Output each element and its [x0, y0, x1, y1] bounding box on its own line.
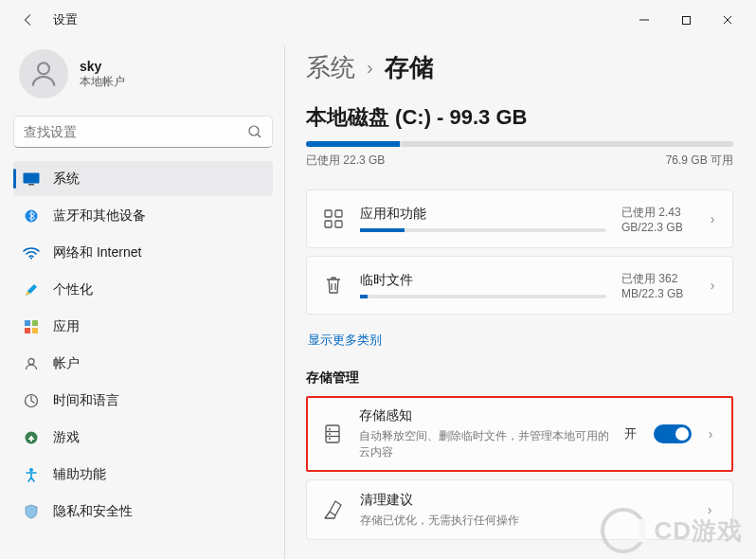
apps-grid-icon — [322, 208, 345, 229]
card-description: 存储已优化，无需执行任何操作 — [360, 513, 687, 529]
svg-point-13 — [28, 358, 34, 364]
clock-globe-icon — [23, 392, 40, 409]
temp-usage-text: 已使用 362 MB/22.3 GB — [621, 271, 696, 300]
chevron-right-icon: › — [367, 57, 373, 79]
disk-title: 本地磁盘 (C:) - 99.3 GB — [306, 103, 733, 132]
accounts-icon — [23, 355, 40, 372]
apps-usage-bar — [360, 228, 606, 232]
card-storage-sense[interactable]: 存储感知 自动释放空间、删除临时文件，并管理本地可用的云内容 开 › — [306, 396, 733, 472]
paintbrush-icon — [23, 281, 40, 298]
apps-icon — [23, 318, 40, 335]
search-icon — [247, 124, 262, 139]
breadcrumb: 系统 › 存储 — [306, 51, 733, 84]
sidebar-item-label: 辅助功能 — [53, 466, 106, 483]
card-title: 存储感知 — [359, 407, 609, 424]
wifi-icon — [23, 244, 40, 261]
shield-icon — [23, 503, 40, 520]
arrow-left-icon — [22, 13, 35, 27]
card-title: 应用和功能 — [360, 206, 606, 223]
back-button[interactable] — [15, 7, 42, 33]
svg-point-2 — [38, 63, 49, 74]
close-button[interactable] — [707, 6, 748, 34]
svg-rect-10 — [32, 320, 38, 326]
svg-point-3 — [249, 126, 259, 135]
sidebar-item-system[interactable]: 系统 — [13, 161, 273, 196]
search-input[interactable] — [24, 124, 247, 139]
minimize-button[interactable] — [623, 6, 665, 34]
chevron-right-icon: › — [703, 426, 718, 442]
sidebar-item-personalization[interactable]: 个性化 — [13, 272, 273, 307]
minimize-icon — [639, 14, 650, 26]
sidebar-item-label: 系统 — [53, 171, 80, 188]
card-description: 自动释放空间、删除临时文件，并管理本地可用的云内容 — [359, 428, 609, 460]
sidebar-item-apps[interactable]: 应用 — [13, 309, 273, 344]
svg-rect-5 — [24, 172, 40, 183]
bluetooth-icon — [23, 207, 40, 225]
chevron-right-icon: › — [702, 502, 717, 517]
svg-rect-20 — [335, 221, 342, 227]
disk-usage-bar — [306, 141, 733, 147]
svg-rect-19 — [325, 221, 332, 227]
avatar — [19, 49, 68, 99]
sidebar-item-label: 个性化 — [53, 281, 93, 298]
accessibility-icon — [23, 466, 40, 483]
gaming-icon — [23, 429, 40, 446]
show-more-categories-link[interactable]: 显示更多类别 — [308, 332, 382, 349]
disk-usage-bar-filled — [306, 141, 400, 147]
account-type: 本地帐户 — [80, 74, 125, 90]
section-storage-management: 存储管理 — [306, 370, 733, 387]
sidebar-item-time[interactable]: 时间和语言 — [13, 383, 273, 418]
sidebar-item-gaming[interactable]: 游戏 — [13, 420, 273, 455]
sidebar-item-accounts[interactable]: 帐户 — [13, 346, 273, 381]
svg-rect-6 — [28, 184, 34, 186]
window-title: 设置 — [53, 11, 78, 28]
svg-point-24 — [329, 438, 331, 440]
maximize-icon — [681, 15, 692, 26]
sidebar-item-accessibility[interactable]: 辅助功能 — [13, 457, 273, 492]
svg-rect-1 — [682, 16, 690, 24]
account-info[interactable]: sky 本地帐户 — [13, 40, 273, 116]
card-temp-files[interactable]: 临时文件 已使用 362 MB/22.3 GB › — [306, 256, 733, 315]
svg-point-16 — [29, 468, 33, 472]
disk-free-label: 76.9 GB 可用 — [666, 153, 733, 169]
trash-icon — [322, 275, 345, 296]
svg-rect-18 — [335, 210, 342, 217]
card-title: 临时文件 — [360, 272, 606, 289]
search-box[interactable] — [13, 116, 273, 148]
toggle-label: 开 — [624, 425, 637, 442]
storage-sense-toggle[interactable] — [654, 424, 692, 443]
page-title: 存储 — [385, 51, 434, 84]
sidebar-item-label: 时间和语言 — [53, 392, 119, 409]
maximize-button[interactable] — [665, 6, 707, 34]
nav-list: 系统 蓝牙和其他设备 网络和 Internet 个性化 应用 帐户 — [13, 161, 273, 529]
card-title: 清理建议 — [360, 492, 687, 509]
close-icon — [722, 14, 733, 26]
person-icon — [27, 58, 60, 90]
sidebar-item-label: 隐私和安全性 — [53, 503, 133, 520]
svg-point-22 — [329, 428, 331, 430]
svg-point-8 — [30, 257, 32, 259]
sidebar-item-label: 帐户 — [53, 355, 80, 372]
svg-rect-11 — [25, 328, 30, 334]
sidebar-item-network[interactable]: 网络和 Internet — [13, 235, 273, 270]
sidebar-item-label: 游戏 — [53, 429, 80, 446]
disk-used-label: 已使用 22.3 GB — [306, 153, 385, 169]
svg-rect-21 — [326, 425, 339, 442]
storage-icon — [321, 424, 344, 444]
sidebar-item-label: 蓝牙和其他设备 — [53, 207, 146, 225]
chevron-right-icon: › — [708, 278, 717, 293]
breadcrumb-parent[interactable]: 系统 — [306, 51, 355, 84]
svg-rect-17 — [325, 210, 332, 217]
apps-usage-text: 已使用 2.43 GB/22.3 GB — [621, 205, 696, 234]
sidebar-item-label: 应用 — [53, 318, 80, 335]
sidebar-item-label: 网络和 Internet — [53, 244, 141, 261]
card-apps-and-features[interactable]: 应用和功能 已使用 2.43 GB/22.3 GB › — [306, 189, 733, 248]
svg-rect-9 — [25, 320, 30, 326]
sidebar-item-privacy[interactable]: 隐私和安全性 — [13, 494, 273, 529]
chevron-right-icon: › — [708, 211, 717, 226]
broom-icon — [322, 499, 345, 520]
card-cleanup-recommendations[interactable]: 清理建议 存储已优化，无需执行任何操作 › — [306, 479, 733, 541]
sidebar-item-bluetooth[interactable]: 蓝牙和其他设备 — [13, 198, 273, 233]
svg-rect-12 — [32, 328, 38, 334]
svg-point-23 — [329, 433, 331, 435]
